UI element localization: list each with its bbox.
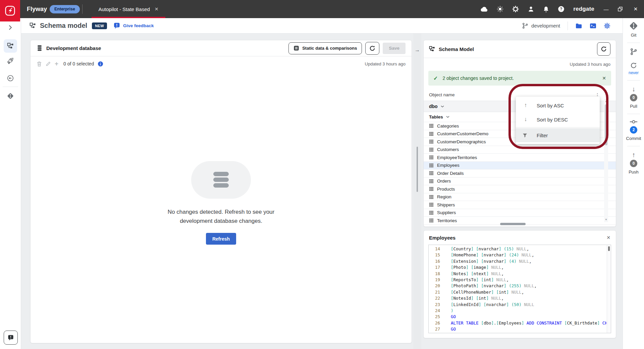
close-button[interactable]: ✕ bbox=[633, 6, 639, 12]
tab-autopilot-state-based[interactable]: Autopilot - State Based ✕ bbox=[92, 0, 165, 18]
chevron-right-icon bbox=[8, 25, 12, 30]
database-icon bbox=[37, 45, 43, 51]
settings-icon[interactable] bbox=[512, 6, 519, 12]
pull-icon[interactable]: ↓ bbox=[632, 86, 635, 92]
scrollbar-thumb[interactable] bbox=[605, 104, 607, 145]
table-row[interactable]: Orders bbox=[424, 178, 616, 186]
scroll-up-icon[interactable]: ▲ bbox=[604, 100, 608, 103]
table-row[interactable]: EmployeeTerritories bbox=[424, 154, 616, 162]
push-icon[interactable]: ↑ bbox=[632, 151, 635, 158]
minimize-button[interactable]: — bbox=[603, 6, 609, 12]
save-button[interactable]: Save bbox=[383, 43, 406, 54]
menu-divider bbox=[516, 127, 600, 128]
code-line: 18[Notes] [ntext] NULL, bbox=[429, 271, 611, 277]
circle-arrow-left-icon bbox=[7, 75, 14, 82]
menu-item-sort-desc[interactable]: ↓ Sort by DESC bbox=[516, 112, 600, 127]
code-line: 19[ReportsTo] [int] NULL, bbox=[429, 277, 611, 283]
table-grid-icon bbox=[429, 139, 434, 144]
refresh-schema-button[interactable] bbox=[597, 42, 610, 56]
sql-code-viewer[interactable]: 14[Country] [nvarchar] (15) NULL, 15[Hom… bbox=[428, 245, 611, 333]
commit-icon[interactable] bbox=[630, 119, 638, 124]
table-row[interactable]: Order Details bbox=[424, 169, 616, 178]
object-detail-panel: Employees ✕ 14[Country] [nvarchar] (15) … bbox=[423, 230, 616, 338]
git-icon[interactable] bbox=[629, 21, 638, 30]
table-row[interactable]: Customers bbox=[424, 146, 616, 154]
sidebar-item-migrations[interactable] bbox=[4, 71, 17, 85]
banner-close-icon[interactable]: ✕ bbox=[602, 76, 606, 81]
expand-sidebar-button[interactable] bbox=[4, 21, 17, 34]
table-grid-icon bbox=[429, 218, 434, 223]
feedback-button[interactable] bbox=[4, 331, 18, 345]
sidebar-item-git[interactable] bbox=[4, 89, 17, 103]
line-text: [LinkedInId] [nvarchar] (50) NULL bbox=[451, 302, 534, 308]
notifications-icon[interactable] bbox=[543, 6, 549, 12]
restore-button[interactable] bbox=[618, 7, 624, 11]
info-icon[interactable] bbox=[98, 61, 103, 67]
line-number: 20 bbox=[429, 283, 443, 289]
table-row[interactable]: Products bbox=[424, 185, 616, 193]
git-refresh-icon[interactable] bbox=[630, 62, 637, 69]
object-name-column-header: Object name bbox=[429, 92, 455, 97]
table-row[interactable]: Employees bbox=[424, 162, 616, 170]
horizontal-scrollbar-thumb[interactable] bbox=[500, 223, 526, 225]
refresh-dev-button[interactable] bbox=[365, 42, 379, 55]
give-feedback-link[interactable]: Give feedback bbox=[114, 22, 154, 29]
line-text: ALTER TABLE [dbo].[Employees] ADD CONSTR… bbox=[451, 320, 607, 326]
active-tab-underline bbox=[92, 17, 165, 18]
table-row[interactable]: Region bbox=[424, 193, 616, 201]
sidebar-item-schema-model[interactable] bbox=[4, 39, 17, 53]
splitter-drag-handle[interactable] bbox=[417, 147, 418, 192]
gear-icon[interactable] bbox=[604, 22, 610, 29]
refresh-button[interactable]: Refresh bbox=[206, 233, 236, 245]
help-icon[interactable]: ? bbox=[558, 6, 565, 12]
edit-icon[interactable] bbox=[46, 61, 51, 66]
git-label: Git bbox=[631, 33, 637, 38]
last-refresh-status[interactable]: never bbox=[629, 70, 639, 75]
table-row[interactable]: Suppliers bbox=[424, 209, 616, 217]
code-lines: 14[Country] [nvarchar] (15) NULL, 15[Hom… bbox=[429, 245, 611, 333]
line-text: ) bbox=[451, 308, 453, 314]
code-line: 21[CellPhoneNumber] [int] NULL, bbox=[429, 289, 611, 295]
refresh-icon bbox=[601, 46, 607, 52]
branch-selector[interactable]: development bbox=[522, 22, 560, 29]
line-text: [Country] [nvarchar] (15) NULL, bbox=[451, 246, 529, 252]
panel-splitter[interactable]: → bbox=[413, 34, 421, 349]
static-data-comparisons-button[interactable]: Static data & comparisons bbox=[288, 42, 362, 54]
collapse-panel-arrow-icon[interactable]: → bbox=[413, 47, 421, 53]
app-name: Flyway bbox=[27, 0, 47, 18]
code-scrollbar[interactable] bbox=[607, 245, 611, 333]
line-number: 14 bbox=[429, 246, 443, 252]
left-sidebar bbox=[0, 18, 21, 349]
pull-count-badge: 0 bbox=[630, 94, 637, 101]
code-scrollbar-thumb[interactable] bbox=[608, 246, 610, 251]
static-data-icon bbox=[293, 45, 299, 51]
sidebar-item-pipelines[interactable] bbox=[4, 54, 17, 67]
dev-panel-header: Development database Static data & compa… bbox=[31, 40, 412, 56]
pull-label: Pull bbox=[630, 104, 637, 109]
account-icon[interactable] bbox=[528, 6, 534, 12]
branch-icon[interactable] bbox=[630, 48, 637, 55]
folder-icon[interactable] bbox=[575, 23, 582, 29]
menu-item-filter[interactable]: Filter bbox=[516, 128, 600, 142]
scroll-down-icon[interactable]: ▼ bbox=[604, 218, 608, 221]
delete-icon[interactable] bbox=[37, 61, 42, 67]
terminal-icon[interactable] bbox=[590, 23, 596, 29]
tab-close-icon[interactable]: ✕ bbox=[155, 6, 159, 12]
table-row[interactable]: Shippers bbox=[424, 201, 616, 209]
table-grid-icon bbox=[429, 147, 434, 152]
theme-icon[interactable] bbox=[497, 6, 503, 12]
menu-item-sort-asc[interactable]: ↑ Sort by ASC bbox=[516, 98, 600, 112]
line-text: [Photo] [image] NULL, bbox=[451, 264, 504, 270]
table-list-scrollbar[interactable]: ▲ ▼ bbox=[604, 99, 608, 222]
line-number: 16 bbox=[429, 258, 443, 264]
arrow-up-icon: ↑ bbox=[523, 102, 529, 109]
schema-model-icon bbox=[7, 43, 14, 49]
line-number: 21 bbox=[429, 289, 443, 295]
line-text: [ReportsTo] [int] NULL, bbox=[451, 277, 509, 283]
detail-close-icon[interactable]: ✕ bbox=[606, 235, 610, 240]
cloud-icon[interactable] bbox=[481, 6, 488, 12]
table-grid-icon bbox=[429, 171, 434, 176]
line-number: 26 bbox=[429, 320, 443, 326]
table-grid-icon bbox=[429, 179, 434, 184]
add-icon[interactable]: + bbox=[55, 61, 58, 66]
